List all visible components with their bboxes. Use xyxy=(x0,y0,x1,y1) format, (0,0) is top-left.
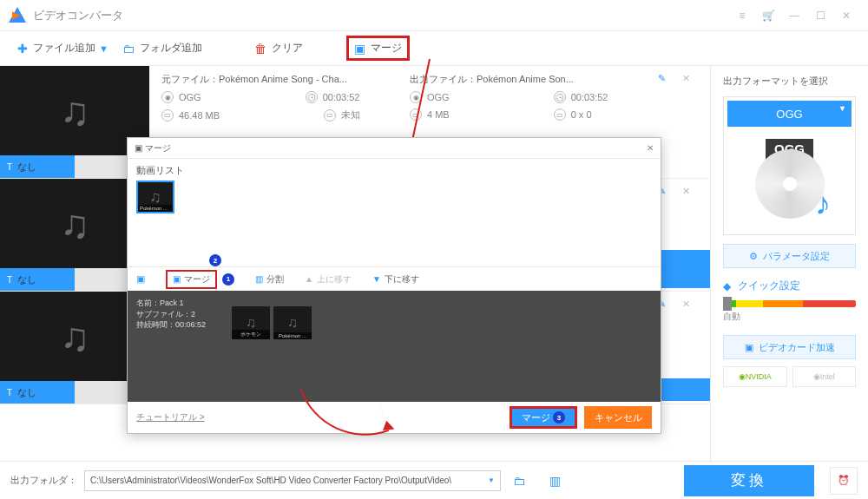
settings-icon[interactable]: ▥ xyxy=(549,474,561,488)
output-path-field[interactable]: C:\Users\Administrator\Videos\WonderFox … xyxy=(84,470,501,491)
format-preview: OGG ♪ xyxy=(727,127,852,231)
dialog-merge-action[interactable]: ▣マージ xyxy=(166,270,217,289)
thumb-label: なし xyxy=(17,161,36,174)
footer-bar: 出力フォルダ： C:\Users\Administrator\Videos\Wo… xyxy=(0,461,868,499)
dialog-titlebar: ▣ マージ ✕ xyxy=(128,138,661,159)
format-chip: ◉OGG xyxy=(161,91,201,103)
split-icon: ▥ xyxy=(255,274,263,284)
clock-icon: 🕓 xyxy=(306,91,318,103)
convert-button[interactable]: 変換 xyxy=(684,465,814,496)
quality-slider[interactable] xyxy=(723,300,856,307)
disc-icon xyxy=(755,149,825,219)
pack-area: 名前：Pack 1 サブファイル：2 持続時間：00:06:52 ♫ポケモン ♫… xyxy=(128,291,661,402)
gpu-accel-button[interactable]: ▣ビデオカード加速 xyxy=(723,335,856,359)
output-sidebar: 出力フォーマットを選択 OGG OGG ♪ ⚙パラメータ設定 ◆クイック設定 自… xyxy=(710,66,868,461)
pack-item[interactable]: ♫Pokémon ... xyxy=(273,306,312,339)
annotation-badge-2: 2 xyxy=(209,254,221,266)
open-folder-icon[interactable]: 🗀 xyxy=(513,474,525,488)
format-section-title: 出力フォーマットを選択 xyxy=(723,75,856,88)
bullet-icon: ◆ xyxy=(723,280,731,292)
clear-button[interactable]: 🗑クリア xyxy=(246,37,312,59)
music-note-icon: ♪ xyxy=(815,186,831,222)
annotation-badge-1: 1 xyxy=(222,273,234,286)
slider-label: 自動 xyxy=(723,311,856,323)
merge-icon: ▣ xyxy=(135,143,142,153)
plus-icon: ✚ xyxy=(17,42,28,56)
merge-icon: ▣ xyxy=(173,274,181,284)
remove-icon[interactable]: ✕ xyxy=(682,73,698,89)
edit-icon[interactable]: ✎ xyxy=(658,73,674,89)
merge-dialog: ▣ マージ ✕ 動画リスト ♫Pokémon ... 2 ▣ ▣マージ 1 ▥分… xyxy=(127,137,661,434)
folder-plus-icon: 🗀 xyxy=(122,42,135,56)
duration-chip: 🕓00:03:52 xyxy=(306,91,360,103)
merge-icon: ▣ xyxy=(354,42,365,56)
file-icon: ▭ xyxy=(161,109,174,121)
nvidia-chip[interactable]: ◉ NVIDIA xyxy=(723,366,787,387)
menu-icon[interactable]: ≡ xyxy=(729,7,755,24)
video-list-item[interactable]: ♫Pokémon ... xyxy=(136,181,174,213)
row-progress xyxy=(661,378,710,401)
arrow-up-icon: ▲ xyxy=(305,274,313,284)
source-file-label: 元ファイル：Pokémon Anime Song - Cha... xyxy=(161,73,404,86)
row-progress xyxy=(661,266,710,288)
main-toolbar: ✚ファイル追加 ▼ 🗀フォルダ追加 🗑クリア ▣マージ xyxy=(0,31,868,66)
minimize-button[interactable]: — xyxy=(781,7,807,24)
schedule-icon[interactable]: ⏰ xyxy=(830,467,858,495)
annotation-badge-3: 3 xyxy=(553,411,565,423)
dialog-close-button[interactable]: ✕ xyxy=(647,143,654,153)
video-list-label: 動画リスト xyxy=(136,164,652,177)
tutorial-link[interactable]: チュートリアル > xyxy=(136,411,205,423)
add-folder-button[interactable]: 🗀フォルダ追加 xyxy=(114,37,211,59)
trash-icon: 🗑 xyxy=(254,42,266,56)
text-icon: T xyxy=(7,162,12,172)
output-folder-label: 出力フォルダ： xyxy=(10,474,77,487)
dialog-movedown-action[interactable]: ▼下に移す xyxy=(372,273,419,286)
pack-item[interactable]: ♫ポケモン xyxy=(232,306,270,339)
dialog-merge-button[interactable]: マージ 3 xyxy=(510,406,577,429)
arrow-down-icon: ▼ xyxy=(372,274,381,284)
dialog-toolbar: ▣ ▣マージ 1 ▥分割 ▲上に移す ▼下に移す xyxy=(128,266,661,291)
window-title: ビデオコンバータ xyxy=(33,8,123,23)
output-file-label: 出力ファイル：Pokémon Anime Son... xyxy=(410,73,653,86)
dim-icon: ▭ xyxy=(324,109,336,121)
titlebar: ビデオコンバータ ≡ 🛒 — ☐ ✕ xyxy=(0,0,868,31)
sliders-icon: ⚙ xyxy=(749,251,758,262)
slider-thumb[interactable] xyxy=(723,297,732,311)
cart-icon[interactable]: 🛒 xyxy=(755,7,781,24)
dialog-cancel-button[interactable]: キャンセル xyxy=(584,406,652,429)
size-chip: ▭46.48 MB xyxy=(161,108,220,121)
format-selector[interactable]: OGG OGG ♪ xyxy=(723,96,856,235)
merge-button[interactable]: ▣マージ xyxy=(346,36,410,61)
chip-icon: ▣ xyxy=(745,342,753,353)
maximize-button[interactable]: ☐ xyxy=(807,7,833,24)
format-icon: ◉ xyxy=(161,91,174,103)
intel-chip[interactable]: ◉ Intel xyxy=(792,366,857,387)
add-file-dropdown[interactable]: ▼ xyxy=(99,43,108,54)
dialog-split-action[interactable]: ▥分割 xyxy=(255,273,284,286)
parameter-settings-button[interactable]: ⚙パラメータ設定 xyxy=(723,244,856,268)
remove-icon[interactable]: ✕ xyxy=(682,186,698,201)
status-chip: ▭未知 xyxy=(324,108,360,121)
format-name: OGG xyxy=(727,101,852,127)
close-button[interactable]: ✕ xyxy=(833,7,859,24)
app-logo-icon xyxy=(9,7,26,24)
quick-settings-label: ◆クイック設定 xyxy=(723,279,856,293)
remove-icon[interactable]: ✕ xyxy=(682,299,698,314)
select-all-icon[interactable]: ▣ xyxy=(136,273,145,285)
add-file-button[interactable]: ✚ファイル追加 xyxy=(9,37,104,59)
dialog-moveup-action[interactable]: ▲上に移す xyxy=(305,273,352,286)
